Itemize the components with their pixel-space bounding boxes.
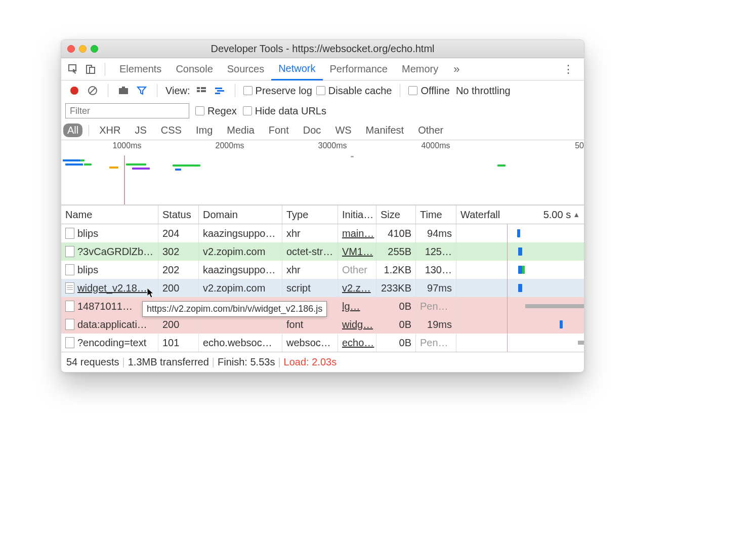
file-icon [65,264,74,275]
type-filter-font[interactable]: Font [265,123,293,137]
col-initiator[interactable]: Initia… [338,205,376,224]
type-filter-js[interactable]: JS [131,123,150,137]
file-icon [65,337,74,348]
request-size: 233KB [376,279,416,297]
request-waterfall [456,242,584,261]
request-time: 130… [416,261,456,279]
filter-icon[interactable] [135,84,149,98]
filter-input[interactable] [65,103,189,118]
request-time: 125… [416,242,456,261]
type-filter-xhr[interactable]: XHR [95,123,124,137]
col-time[interactable]: Time [416,205,456,224]
request-table-body: blips204kaazingsuppo…xhrmain…410B94ms?3v… [61,224,584,352]
col-status[interactable]: Status [158,205,199,224]
request-waterfall [456,279,584,297]
request-name: widget_v2.18… [77,282,147,294]
request-row[interactable]: ?encoding=text101echo.websoc…websoc…echo… [61,334,584,352]
col-domain[interactable]: Domain [199,205,282,224]
type-filter-css[interactable]: CSS [157,123,186,137]
tab-console[interactable]: Console [169,58,220,80]
overview-icon[interactable] [213,84,227,98]
tab-memory[interactable]: Memory [395,58,445,80]
request-type: xhr [282,261,338,279]
request-waterfall [456,334,584,352]
minimize-button[interactable] [79,45,87,53]
request-initiator[interactable]: VM1… [342,246,373,258]
status-transferred: 1.3MB transferred [128,356,209,368]
svg-line-4 [90,88,96,94]
overview-tick: 3000ms [318,141,347,150]
col-waterfall[interactable]: Waterfall 5.00 s ▲ [456,205,584,224]
preserve-log-checkbox[interactable]: Preserve log [243,85,312,97]
tab-network[interactable]: Network [271,58,322,80]
request-initiator: Other [342,264,367,276]
device-toolbar-icon[interactable] [83,62,98,76]
type-filter-img[interactable]: Img [192,123,217,137]
titlebar[interactable]: Developer Tools - https://websocket.org/… [61,40,584,58]
svg-rect-11 [215,88,222,89]
inspect-icon[interactable] [66,62,80,76]
clear-icon[interactable] [86,84,100,98]
request-size: 1.2KB [376,261,416,279]
type-filter-other[interactable]: Other [414,123,447,137]
request-row[interactable]: blips202kaazingsuppo…xhrOther1.2KB130… [61,261,584,279]
request-initiator[interactable]: main… [342,228,374,239]
type-filter-media[interactable]: Media [223,123,258,137]
request-status: 202 [158,261,199,279]
request-row[interactable]: blips204kaazingsuppo…xhrmain…410B94ms [61,224,584,242]
file-icon [65,228,74,239]
type-filter-ws[interactable]: WS [331,123,355,137]
type-filter-all[interactable]: All [63,123,82,137]
throttling-select[interactable]: No throttling [456,85,511,97]
type-filter-manifest[interactable]: Manifest [362,123,408,137]
col-name[interactable]: Name [61,205,158,224]
regex-checkbox[interactable]: Regex [195,105,237,117]
request-type: xhr [282,224,338,242]
tabs-overflow-button[interactable]: » [453,63,459,76]
panel-tabs: ElementsConsoleSourcesNetworkPerformance… [61,58,584,80]
tab-performance[interactable]: Performance [323,58,395,80]
tab-sources[interactable]: Sources [220,58,271,80]
record-button[interactable] [67,84,81,98]
request-name: ?3vCaGRDlZb… [77,246,153,258]
svg-rect-5 [119,88,128,94]
overview-tick: 50 [575,141,584,150]
request-row[interactable]: ?3vCaGRDlZb…302v2.zopim.comoctet-str…VM1… [61,242,584,261]
request-domain [199,315,282,334]
request-time: Pen… [416,334,456,352]
capture-screenshots-icon[interactable] [116,84,131,98]
request-initiator[interactable]: widg… [342,319,373,331]
request-row[interactable]: data:applicati…200fontwidg…0B19ms [61,315,584,334]
col-size[interactable]: Size [376,205,416,224]
type-filter-doc[interactable]: Doc [299,123,325,137]
svg-rect-8 [201,87,206,89]
request-name: blips [77,228,98,239]
tab-elements[interactable]: Elements [112,58,169,80]
col-type[interactable]: Type [282,205,338,224]
network-toolbar: View: Preserve log Disable cache Offline… [61,80,584,101]
maximize-button[interactable] [91,45,98,53]
request-time: 94ms [416,224,456,242]
close-button[interactable] [67,45,75,53]
request-status: 204 [158,224,199,242]
request-type: websoc… [282,334,338,352]
request-row[interactable]: widget_v2.18…200v2.zopim.comscriptv2.z…2… [61,279,584,297]
overview-pane[interactable]: 1000ms2000ms3000ms4000ms50 [61,140,584,205]
large-rows-icon[interactable] [194,84,208,98]
request-waterfall [456,224,584,242]
svg-rect-2 [90,67,95,73]
overview-bars [61,158,584,179]
request-size: 0B [376,334,416,352]
disable-cache-checkbox[interactable]: Disable cache [316,85,392,97]
svg-rect-9 [197,90,200,92]
hide-data-urls-checkbox[interactable]: Hide data URLs [243,105,326,117]
offline-checkbox[interactable]: Offline [408,85,449,97]
request-initiator[interactable]: echo… [342,337,374,349]
request-initiator[interactable]: v2.z… [342,282,371,294]
overview-tick: 4000ms [422,141,450,150]
divider [235,84,235,97]
more-menu-icon[interactable]: ⋮ [558,63,579,76]
request-initiator[interactable]: lg… [342,301,360,312]
request-name: blips [77,264,98,276]
request-size: 410B [376,224,416,242]
